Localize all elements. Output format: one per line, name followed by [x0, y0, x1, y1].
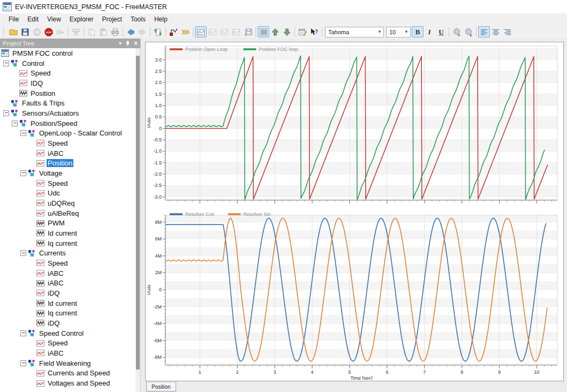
tree-item-iabc[interactable]: iABC	[0, 278, 135, 288]
tree-item-speed[interactable]: Speed	[0, 338, 135, 348]
tree-expander-icon[interactable]	[20, 250, 26, 256]
save-project-button[interactable]	[19, 26, 31, 37]
symbols-f-button[interactable]: F	[451, 26, 463, 37]
tree-item-sensors-actuators[interactable]: Sensors/Actuators	[0, 108, 135, 118]
tree-item-openloop-scalar-control[interactable]: OpenLoop - Scalar Control	[0, 128, 135, 138]
paste-button[interactable]	[97, 26, 109, 37]
tree-item-voltages-and-speed[interactable]: Voltages and Speed	[0, 378, 135, 388]
tree-item-label: iABC	[47, 279, 65, 287]
tree-item-position-speed[interactable]: Position/Speed	[0, 118, 135, 129]
tree-item-speed[interactable]: Speed	[0, 178, 135, 189]
tree-scrollbar-thumb[interactable]	[136, 56, 140, 370]
menu-view[interactable]: View	[43, 14, 65, 24]
tree-item-pmsm-foc-control[interactable]: PMSM FOC control	[0, 48, 135, 58]
title-bar: EV-INVERTERGEN3_PMSM_FOC - FreeMASTER	[0, 0, 567, 13]
move-down-button[interactable]	[281, 26, 293, 37]
recorder-button[interactable]	[207, 26, 218, 37]
tree-expander-icon[interactable]	[3, 61, 9, 66]
size-combo[interactable]: 10▼	[386, 27, 411, 37]
svg-text:5: 5	[348, 370, 351, 375]
tree-item-control[interactable]: Control	[0, 58, 135, 69]
context-help-button[interactable]: ?	[308, 26, 320, 37]
tree-item-pwm[interactable]: PWM	[0, 218, 135, 228]
tree-item-speed[interactable]: Speed	[0, 68, 135, 78]
oscilloscope-button[interactable]	[195, 26, 207, 37]
tab-position[interactable]: Position	[146, 382, 176, 391]
tree-item-position[interactable]: Position	[0, 158, 135, 168]
tree-expander-icon[interactable]	[12, 120, 18, 126]
menu-edit[interactable]: Edit	[23, 14, 43, 24]
properties-button[interactable]	[297, 26, 308, 37]
tree-expander-icon[interactable]	[3, 110, 9, 116]
tree-item-label: iDQ	[47, 319, 61, 327]
tree-expander-icon[interactable]	[20, 170, 26, 176]
svg-text:9: 9	[498, 370, 501, 375]
tree-item-udc[interactable]: Udc	[0, 188, 135, 198]
scope-setup-button[interactable]	[230, 26, 242, 37]
tree-item-voltage[interactable]: Voltage	[0, 168, 135, 178]
grid-button[interactable]	[258, 26, 269, 37]
tree-indent	[0, 213, 29, 214]
save-data-button[interactable]	[242, 26, 254, 37]
tree-item-ualbereq[interactable]: uAlBeReq	[0, 208, 135, 218]
tree-item-currents-and-speed[interactable]: Currents and Speed	[0, 368, 135, 379]
tree-item-faults-trips[interactable]: Faults & Trips	[0, 98, 135, 108]
tree-item-iq-current[interactable]: Iq current	[0, 308, 135, 318]
symbols-e-button[interactable]: E	[463, 26, 474, 37]
close-icon[interactable]: ×	[134, 41, 138, 46]
font-combo[interactable]: Tahoma▼	[325, 27, 384, 37]
tree-item-iabc[interactable]: iABC	[0, 148, 135, 159]
tree-expander-icon[interactable]	[20, 330, 26, 336]
tree-expander-icon[interactable]	[20, 130, 26, 136]
print-button[interactable]	[109, 26, 121, 37]
tree-item-speed[interactable]: Speed	[0, 138, 135, 148]
italic-button[interactable]: I	[424, 26, 435, 37]
menu-tools[interactable]: Tools	[126, 14, 150, 24]
menu-project[interactable]: Project	[98, 14, 126, 24]
copy-button[interactable]	[86, 26, 97, 37]
pins-button[interactable]	[179, 26, 191, 37]
tree-item-id-current[interactable]: Id current	[0, 228, 135, 238]
tree-item-field-weakening[interactable]: Field Weakening	[0, 358, 135, 368]
tree-indent	[0, 163, 29, 163]
tree-item-position[interactable]: Position	[0, 88, 135, 99]
align-left-button[interactable]	[478, 26, 490, 37]
tree-item-iq-current[interactable]: Iq current	[0, 238, 135, 248]
forward-button[interactable]	[137, 26, 148, 37]
back-button[interactable]	[125, 26, 137, 37]
project-blocks-button[interactable]	[70, 26, 82, 37]
tree-scrollbar[interactable]	[135, 48, 140, 392]
reload-button[interactable]	[152, 26, 164, 37]
tree-item-udqreq[interactable]: uDQReq	[0, 198, 135, 208]
menu-file[interactable]: File	[4, 14, 23, 24]
communication-button[interactable]	[55, 26, 66, 37]
align-right-button[interactable]	[502, 26, 513, 37]
tree-item-speed[interactable]: Speed	[0, 258, 135, 268]
category-icon	[11, 59, 19, 67]
tree-item-currents[interactable]: Currents	[0, 248, 135, 258]
panel-menu-arrow-icon[interactable]: ▾	[119, 41, 122, 46]
underline-button[interactable]: U	[435, 26, 447, 37]
recorder-icon	[36, 220, 44, 227]
pin-icon[interactable]	[125, 41, 130, 47]
tree-expander-icon[interactable]	[20, 360, 26, 366]
stimulators-button[interactable]	[168, 26, 179, 37]
tree-item-iabc[interactable]: iABC	[0, 268, 135, 278]
project-tree-title: Project Tree	[3, 40, 115, 47]
menu-explorer[interactable]: Explorer	[65, 14, 98, 24]
move-up-button[interactable]	[269, 26, 281, 37]
go-button[interactable]: GO!	[31, 26, 43, 37]
tree-item-speed-control[interactable]: Speed Control	[0, 328, 135, 338]
tree-item-idq[interactable]: iDQ	[0, 318, 135, 328]
menu-help[interactable]: Help	[150, 14, 172, 24]
tree-item-idq[interactable]: IDQ	[0, 78, 135, 88]
scope-icon	[36, 139, 44, 147]
bold-button[interactable]: B	[412, 26, 424, 37]
stop-button[interactable]: STOP	[43, 26, 55, 37]
tree-item-id-current[interactable]: Id current	[0, 298, 135, 308]
tree-item-iabc[interactable]: iABC	[0, 348, 135, 358]
tree-item-idq[interactable]: iDQ	[0, 288, 135, 298]
open-project-button[interactable]	[7, 26, 19, 37]
align-center-button[interactable]	[490, 26, 502, 37]
subblock-button[interactable]	[218, 26, 230, 37]
